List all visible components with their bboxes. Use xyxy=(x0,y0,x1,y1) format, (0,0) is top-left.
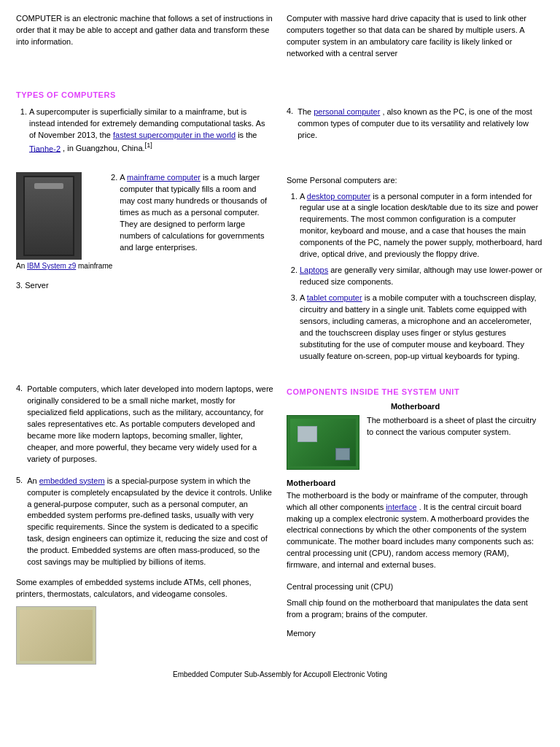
embedded-examples: Some examples of embedded systems includ… xyxy=(16,577,273,600)
laptops-link[interactable]: Laptops xyxy=(300,266,328,274)
motherboard-body: The motherboard is the body or mainframe… xyxy=(287,490,544,572)
memory-heading: Memory xyxy=(287,628,544,640)
mainframe-caption: An IBM System z9 mainframe xyxy=(16,262,112,270)
cpu-text: Small chip found on the motherboard that… xyxy=(287,597,544,621)
motherboard-image xyxy=(287,415,359,470)
mainframe-image-block: An IBM System z9 mainframe xyxy=(16,172,112,270)
laptops-text: are generally very similar, although may… xyxy=(300,266,542,286)
tablet-link[interactable]: tablet computer xyxy=(307,293,362,302)
embedded-link[interactable]: embedded system xyxy=(39,476,105,485)
desktop-text: is a personal computer in a form intende… xyxy=(300,192,542,259)
mainframe-link[interactable]: mainframe computer xyxy=(127,173,201,182)
motherboard-heading-top: Motherboard xyxy=(287,402,544,411)
list-item-laptops: Laptops are generally very similar, alth… xyxy=(300,265,544,288)
embedded-image xyxy=(16,606,96,665)
personal-link[interactable]: personal computer xyxy=(314,107,380,116)
tianhe-link[interactable]: Tianhe-2 xyxy=(29,144,61,152)
list-item-desktop: A desktop computer is a personal compute… xyxy=(300,191,544,261)
mainframe-text: is a much larger computer that typically… xyxy=(120,173,267,252)
ibm-link[interactable]: IBM System z9 xyxy=(27,262,76,270)
server-item: 3. Server xyxy=(16,280,273,292)
mainframe-image xyxy=(16,172,82,260)
intro-left: COMPUTER is an electronic machine that f… xyxy=(16,13,273,48)
personal-text: The personal computer , also known as th… xyxy=(298,107,544,142)
motherboard-body2: . It is the central circuit board making… xyxy=(287,503,534,570)
components-heading: COMPONENTS INSIDE THE SYSTEM UNIT xyxy=(287,387,544,396)
embedded-body: is a special-purpose system in which the… xyxy=(27,476,272,567)
embedded-text: An embedded system is a special-purpose … xyxy=(27,476,273,569)
list-item-tablet: A tablet computer is a mobile computer w… xyxy=(300,293,544,363)
desktop-link[interactable]: desktop computer xyxy=(307,192,370,201)
embedded-number: 5. xyxy=(16,476,23,573)
interface-link[interactable]: interface xyxy=(386,503,416,511)
fastest-supercomputer-link[interactable]: fastest supercomputer in the world xyxy=(113,131,236,139)
personal-number: 4. xyxy=(287,107,293,146)
tablet-text: is a mobile computer with a touchscreen … xyxy=(300,293,536,360)
intro-right: Computer with massive hard drive capacit… xyxy=(287,13,544,60)
embedded-caption: Embedded Computer Sub-Assembly for Accup… xyxy=(16,670,544,678)
some-personal-label: Some Personal computers are: xyxy=(287,175,544,187)
types-heading: TYPES OF COMPUTERS xyxy=(16,90,544,99)
list-item-supercomputer: A supercomputer is superficially similar… xyxy=(29,107,273,155)
portable-text: Portable computers, which later develope… xyxy=(27,384,273,465)
motherboard-sub-heading: Motherboard xyxy=(287,479,544,487)
portable-number: 4. xyxy=(16,384,23,470)
cpu-heading: Central processing unit (CPU) xyxy=(287,581,544,593)
